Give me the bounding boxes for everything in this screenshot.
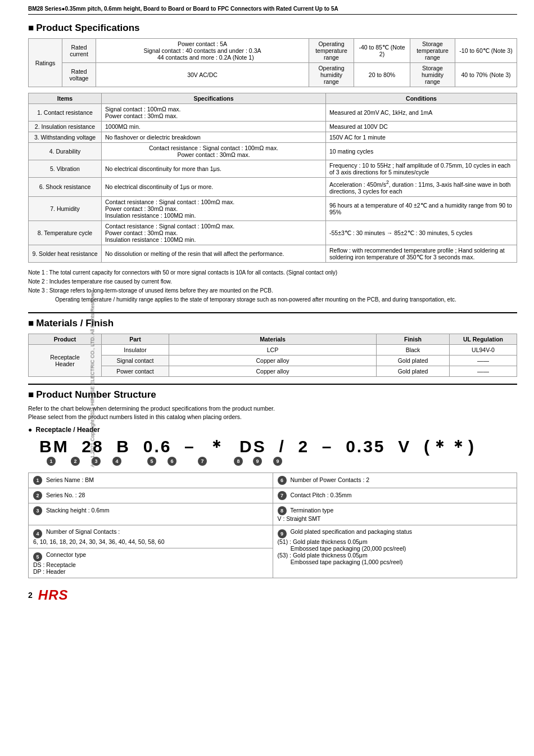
storage-humidity-value: 40 to 70% (Note 3) [455,63,517,87]
spec-spec-5: No electrical discontinuity for more tha… [102,160,326,178]
storage-humidity-label: Storage humidity range [410,63,455,87]
spec-spec-2: 1000MΩ min. [102,122,326,132]
page-header: BM28 Series●0.35mm pitch, 0.6mm height, … [28,6,517,15]
spec-cond-7: 96 hours at a temperature of 40 ±2℃ and … [326,196,517,220]
circle-9b: 9 [273,457,282,466]
spec-item-1: 1. Contact resistance [29,104,102,122]
mat-col-part: Part [102,334,169,344]
circle-8: 8 [234,457,243,466]
spec-item-6: 6. Shock resistance [29,178,102,197]
spec-spec-9: No dissolution or melting of the resin t… [102,245,326,262]
materials-divider [28,312,517,313]
spec-spec-1: Signal contact : 100mΩ max.Power contact… [102,104,326,122]
mat-col-finish: Finish [377,334,450,344]
spec-spec-8: Contact resistance : Signal contact : 10… [102,220,326,245]
legend-num-6: 6 [278,476,287,485]
spec-cond-6: Acceleration : 450m/s2, duration : 11ms,… [326,178,517,197]
mat-ul-1: UL94V-0 [450,344,517,355]
mat-part-2: Signal contact [102,355,169,366]
spec-row-8: 8. Temperature cycle Contact resistance … [29,220,517,245]
side-text: Apr.1,2021 Copyright 2021 HIROSE ELECTRI… [89,289,95,467]
mat-row-3: Power contact Copper alloy Gold plated —… [29,366,517,376]
materials-table: Product Part Materials Finish UL Regulat… [28,334,517,377]
mat-part-1: Insulator [102,344,169,355]
pn-intro2: Please select from the product numbers l… [28,413,517,420]
op-temp-range-value: -40 to 85℃ (Note 2) [354,39,410,63]
rated-voltage-label: Rated voltage [62,63,96,87]
pn-sub-heading: Receptacle / Header [28,426,517,434]
spec-item-8: 8. Temperature cycle [29,220,102,245]
legend-label-7: Contact Pitch : 0.35mm [290,492,351,498]
circle-4: 4 [112,457,121,466]
spec-row-1: 1. Contact resistance Signal contact : 1… [29,104,517,122]
note-3b: Operating temperature / humidity range a… [55,295,517,304]
legend-num-1: 1 [33,476,42,485]
spec-spec-4: Contact resistance : Signal contact : 10… [102,143,326,160]
pn-divider [28,384,517,385]
legend-num-7: 7 [278,491,287,500]
note-2: Note 2 : Includes temperature rise cause… [28,277,517,286]
legend-row-4: 4 Number of Signal Contacts :6, 10, 16, … [29,525,517,548]
spec-cond-4: 10 mating cycles [326,143,517,160]
spec-spec-3: No flashover or dielectric breakdown [102,132,326,143]
legend-num-2: 2 [33,491,42,500]
note-3a: Note 3 : Storage refers to long-term-sto… [28,286,517,295]
mat-row-2: Signal contact Copper alloy Gold plated … [29,355,517,366]
legend-label-4: Number of Signal Contacts :6, 10, 16, 18… [33,528,165,545]
pn-formula-display: BM 28 B 0.6 – ＊ DS / 2 – 0.35 V (＊＊) [39,437,512,456]
legend-label-6: Number of Power Contacts : 2 [290,476,369,483]
spec-cond-1: Measured at 20mV AC, 1kHz, and 1mA [326,104,517,122]
hrs-logo: HRS [38,587,69,603]
legend-num-5: 5 [33,552,42,561]
spec-spec-7: Contact resistance : Signal contact : 10… [102,196,326,220]
spec-col-cond: Conditions [326,93,517,104]
circle-9a: 9 [253,457,262,466]
legend-left-1: 1 Series Name : BM [29,472,273,488]
spec-item-3: 3. Withstanding voltage [29,132,102,143]
mat-finish-1: Black [377,344,450,355]
mat-col-ul: UL Regulation [450,334,517,344]
legend-label-3: Stacking height : 0.6mm [46,507,110,514]
mat-finish-2: Gold plated [377,355,450,366]
spec-item-5: 5. Vibration [29,160,102,178]
legend-row-3: 3 Stacking height : 0.6mm 8 Termination … [29,503,517,525]
circle-5: 5 [147,457,156,466]
legend-num-4: 4 [33,529,42,538]
ratings-label: Ratings [29,39,62,87]
spec-row-4: 4. Durability Contact resistance : Signa… [29,143,517,160]
spec-row-5: 5. Vibration No electrical discontinuity… [29,160,517,178]
legend-left-2: 2 Series No. : 28 [29,488,273,503]
mat-materials-1: LCP [169,344,377,355]
spec-item-7: 7. Humidity [29,196,102,220]
spec-col-items: Items [29,93,102,104]
legend-num-8: 8 [278,506,287,515]
circle-2: 2 [71,457,80,466]
spec-item-9: 9. Solder heat resistance [29,245,102,262]
mat-finish-3: Gold plated [377,366,450,376]
mat-col-materials: Materials [169,334,377,344]
mat-materials-3: Copper alloy [169,366,377,376]
pn-circles-row: 1 2 3 4 5 6 7 8 [39,457,517,466]
spec-cond-9: Reflow : with recommended temperature pr… [326,245,517,262]
legend-label-1: Series Name : BM [46,476,94,483]
pn-intro1: Refer to the chart below when determinin… [28,405,517,412]
mat-ul-3: —— [450,366,517,376]
materials-heading: Materials / Finish [28,318,517,329]
spec-item-2: 2. Insulation resistance [29,122,102,132]
notes-section: Note 1 : The total current capacity for … [28,268,517,304]
spec-row-7: 7. Humidity Contact resistance : Signal … [29,196,517,220]
legend-row-2: 2 Series No. : 28 7 Contact Pitch : 0.35… [29,488,517,503]
pn-heading: Product Number Structure [28,389,517,400]
legend-label-2: Series No. : 28 [46,492,85,498]
spec-col-specs: Specifications [102,93,326,104]
legend-right-2: 7 Contact Pitch : 0.35mm [273,488,517,503]
spec-row-3: 3. Withstanding voltage No flashover or … [29,132,517,143]
rated-current-value: Power contact : 5ASignal contact : 40 co… [96,39,309,63]
storage-temp-value: -10 to 60℃ (Note 3) [455,39,517,63]
legend-label-9: Gold plated specification and packaging … [278,528,412,565]
storage-temp-label: Storage temperature range [410,39,455,63]
legend-row-1: 1 Series Name : BM 6 Number of Power Con… [29,472,517,488]
note-1: Note 1 : The total current capacity for … [28,268,517,277]
page-number: 2 [28,591,33,600]
mat-ul-2: —— [450,355,517,366]
